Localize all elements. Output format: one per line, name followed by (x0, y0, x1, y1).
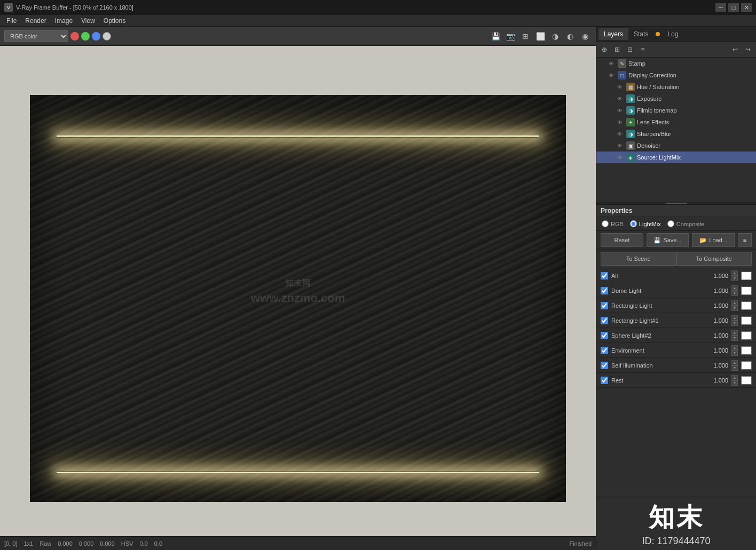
save-props-button[interactable]: 💾 Save... (647, 233, 689, 247)
layer-name-hue-sat: Hue / Saturation (637, 84, 754, 90)
layer-vis-hue-sat[interactable]: 👁 (616, 83, 624, 91)
layer-item-lens[interactable]: 👁 ✦ Lens Effects (596, 116, 756, 128)
cursor-position: [0, 0] (4, 540, 17, 547)
light-spinner-dome[interactable]: ▲ ▼ (731, 285, 738, 296)
remove-layer-button[interactable]: ⊟ (624, 44, 636, 55)
load-props-button[interactable]: 📂 Load... (692, 233, 735, 247)
tab-log[interactable]: Log (662, 28, 683, 40)
light-check-dome[interactable] (601, 287, 608, 294)
light-spinner-rest[interactable]: ▲ ▼ (731, 375, 738, 386)
layer-name-filmic: Filmic tonemap (637, 107, 754, 114)
mode2-indicator: HSV (121, 540, 133, 547)
light-color-all[interactable] (741, 272, 752, 280)
tab-stats[interactable]: Stats (628, 28, 653, 40)
light-color-rect[interactable] (741, 301, 752, 310)
light-color-rest[interactable] (741, 376, 752, 385)
to-composite-button[interactable]: To Composite (676, 252, 752, 266)
light-spinner-selfillum[interactable]: ▲ ▼ (731, 360, 738, 371)
light-color-env[interactable] (741, 346, 752, 355)
props-actions-row: Reset 💾 Save... 📂 Load... ≡ (596, 231, 756, 250)
light-color-sphere[interactable] (741, 331, 752, 340)
light-check-env[interactable] (601, 347, 608, 354)
light-check-rest[interactable] (601, 377, 608, 384)
light-check-rect1[interactable] (601, 317, 608, 324)
light-value-selfillum: 1.000 (702, 362, 728, 369)
alpha-channel-toggle[interactable] (103, 32, 111, 41)
maximize-button[interactable]: □ (728, 3, 739, 12)
menu-image[interactable]: Image (51, 16, 77, 26)
menu-file[interactable]: File (2, 16, 21, 26)
layer-item-denoiser[interactable]: 👁 ▣ Denoiser (596, 140, 756, 152)
light-check-selfillum[interactable] (601, 362, 608, 369)
layer-icon-display-correction: □ (618, 71, 626, 79)
compare2-button[interactable]: ◐ (564, 30, 577, 43)
light-spinner-sphere[interactable]: ▲ ▼ (731, 330, 738, 341)
menu-view[interactable]: View (77, 16, 99, 26)
layer-vis-exposure[interactable]: 👁 (616, 94, 624, 103)
light-spinner-all[interactable]: ▲ ▼ (731, 270, 738, 281)
layer-item-exposure[interactable]: 👁 ◑ Exposure (596, 93, 756, 105)
light-value-rest: 1.000 (702, 377, 728, 384)
layer-item-stamp[interactable]: 👁 ✎ Stamp (596, 58, 756, 69)
props-tab-lightmix[interactable]: LightMix (628, 219, 663, 228)
lens-button[interactable]: ◉ (579, 30, 592, 43)
light-spinner-rect1[interactable]: ▲ ▼ (731, 315, 738, 326)
props-tab-rgb[interactable]: RGB (600, 219, 626, 228)
blue-channel-toggle[interactable] (92, 32, 100, 41)
light-name-rect: Rectangle Light (611, 302, 698, 309)
light-color-selfillum[interactable] (741, 361, 752, 370)
layer-item-lightmix[interactable]: 👁 ◈ Source: LightMix (596, 152, 756, 163)
light-value-env: 1.000 (702, 347, 728, 354)
layer-item-hue-sat[interactable]: 👁 ▦ Hue / Saturation (596, 81, 756, 93)
light-spinner-env[interactable]: ▲ ▼ (731, 345, 738, 356)
light-color-dome[interactable] (741, 286, 752, 295)
channel-select[interactable]: RGB color (4, 30, 68, 42)
light-check-rect[interactable] (601, 302, 608, 309)
close-button[interactable]: ✕ (741, 3, 752, 12)
green-channel-toggle[interactable] (81, 32, 90, 41)
light-color-rect1[interactable] (741, 316, 752, 325)
layer-vis-stamp[interactable]: 👁 (607, 59, 616, 68)
minimize-button[interactable]: ─ (715, 3, 726, 12)
layer-vis-denoiser[interactable]: 👁 (616, 141, 624, 150)
layer-item-display-correction[interactable]: 👁 □ Display Correction (596, 69, 756, 81)
save-stamp-button[interactable]: 📷 (504, 30, 517, 43)
red-channel-toggle[interactable] (70, 32, 79, 41)
layer-icon-hue-sat: ▦ (626, 83, 635, 91)
props-list-button[interactable]: ≡ (738, 233, 752, 247)
menu-options[interactable]: Options (99, 16, 130, 26)
layer-vis-display-correction[interactable]: 👁 (607, 71, 616, 79)
light-check-all[interactable] (601, 272, 608, 280)
save-button[interactable]: 💾 (489, 30, 502, 43)
redo-button[interactable]: ↪ (742, 44, 754, 55)
region-select-button[interactable]: ⊞ (519, 30, 532, 43)
layer-vis-sharpen[interactable]: 👁 (616, 130, 624, 138)
to-scene-button[interactable]: To Scene (601, 252, 676, 266)
add-correction-button[interactable]: ⊞ (611, 44, 623, 55)
undo-button[interactable]: ↩ (729, 44, 741, 55)
render-status: Finished (569, 540, 592, 547)
layer-name-lightmix: Source: LightMix (637, 154, 754, 161)
light-strip-top (57, 135, 539, 138)
add-layer-button[interactable]: ⊕ (598, 44, 610, 55)
light-check-sphere[interactable] (601, 332, 608, 339)
props-tab-composite[interactable]: Composite (665, 219, 707, 228)
value-r: 0.000 (58, 540, 73, 547)
layer-item-filmic[interactable]: 👁 ◑ Filmic tonemap (596, 105, 756, 116)
layer-vis-filmic[interactable]: 👁 (616, 106, 624, 115)
compare-button[interactable]: ◑ (549, 30, 562, 43)
layer-vis-lens[interactable]: 👁 (616, 118, 624, 126)
tab-layers[interactable]: Layers (598, 28, 628, 40)
light-spinner-rect[interactable]: ▲ ▼ (731, 300, 738, 311)
properties-tabs: RGB LightMix Composite (596, 217, 756, 231)
properties-title: Properties (596, 205, 756, 217)
stone-wall (30, 95, 566, 502)
reset-button[interactable]: Reset (601, 233, 643, 247)
panel-tabs: Layers Stats Log (596, 27, 756, 42)
menu-render[interactable]: Render (21, 16, 50, 26)
layer-vis-lightmix[interactable]: 👁 (616, 153, 624, 162)
canvas-container[interactable]: 知末网 www.znzmo.com (0, 46, 596, 536)
render-region-button[interactable]: ⬜ (534, 30, 547, 43)
layer-list-button[interactable]: ≡ (637, 44, 649, 55)
layer-item-sharpen[interactable]: 👁 ◑ Sharpen/Blur (596, 128, 756, 140)
